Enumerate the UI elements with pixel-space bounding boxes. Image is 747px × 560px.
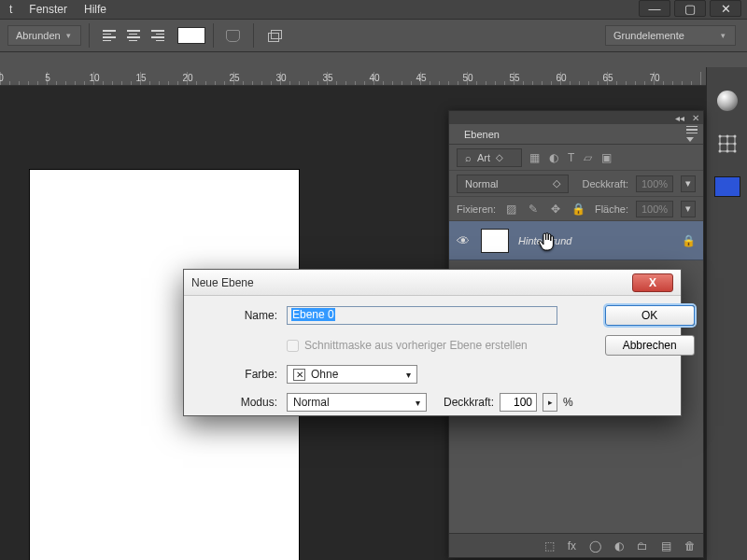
workspace-dropdown[interactable]: Grundelemente ▾ — [605, 25, 736, 46]
align-center-button[interactable] — [121, 25, 146, 46]
ruler-label: 20 — [182, 73, 192, 83]
color-panel-button[interactable] — [714, 88, 740, 114]
ruler-tick: 70 — [654, 72, 663, 85]
layer-row-background[interactable]: 👁 Hintergrund 🔒 — [449, 221, 703, 260]
fill-stepper[interactable]: ▾ — [681, 201, 696, 217]
opacity-stepper[interactable]: ▾ — [681, 175, 696, 192]
panel-footer: ⬚ fx ◯ ◐ 🗀 ▤ 🗑 — [449, 533, 703, 557]
cancel-button[interactable]: Abbrechen — [605, 335, 695, 356]
filter-pixel-icon[interactable]: ▦ — [529, 151, 540, 164]
lock-brush-icon[interactable]: ✎ — [526, 202, 541, 217]
panel-header: ◂◂ ✕ — [449, 111, 703, 124]
fill-label: Fläche: — [595, 203, 628, 215]
right-tool-strip — [706, 67, 747, 560]
maximize-button[interactable]: ▢ — [674, 0, 706, 17]
color-dropdown[interactable]: ✕ Ohne ▾ — [287, 365, 417, 384]
warp-icon — [226, 30, 240, 42]
menu-item-help[interactable]: Hilfe — [84, 3, 106, 16]
ruler-tick — [65, 81, 75, 85]
chevron-down-icon: ▾ — [721, 31, 726, 40]
filter-kind-dropdown[interactable]: ⌕ Art ◇ — [457, 148, 522, 167]
mesh-panel-button[interactable] — [714, 131, 740, 157]
tab-layers[interactable]: Ebenen — [455, 126, 509, 143]
ruler-tick — [495, 81, 504, 85]
svg-point-9 — [718, 150, 721, 153]
adjustment-icon[interactable]: ◐ — [614, 539, 624, 553]
ruler-tick — [112, 81, 121, 85]
minimize-button[interactable]: — — [639, 0, 670, 17]
ruler-tick — [345, 81, 355, 85]
filter-smart-icon[interactable]: ▣ — [601, 151, 612, 164]
ruler-tick — [588, 81, 598, 85]
panel-menu-button[interactable] — [686, 126, 698, 143]
ruler-tick — [439, 81, 448, 85]
warp-text-button[interactable] — [221, 25, 246, 46]
opacity-value[interactable]: 100% — [636, 175, 673, 192]
dialog-title: Neue Ebene — [191, 276, 254, 289]
blend-mode-dropdown[interactable]: Normal ◇ — [457, 175, 569, 193]
ruler-tick — [9, 81, 19, 85]
layer-thumbnail[interactable] — [481, 229, 509, 253]
clip-mask-checkbox-input — [287, 340, 299, 352]
opacity-input[interactable] — [500, 393, 537, 412]
edge-mode-dropdown[interactable]: Abrunden ▾ — [7, 25, 81, 46]
ruler-label: 40 — [369, 73, 379, 83]
align-left-button[interactable] — [97, 25, 121, 46]
panel-collapse-icon[interactable]: ◂◂ — [675, 113, 684, 123]
filter-adjust-icon[interactable]: ◐ — [549, 151, 558, 164]
divider — [253, 23, 254, 48]
lock-move-icon[interactable]: ✥ — [548, 202, 563, 217]
fill-value[interactable]: 100% — [636, 201, 673, 217]
ruler-label: 15 — [135, 73, 146, 83]
filter-shape-icon[interactable]: ▱ — [584, 151, 592, 164]
ruler-tick: 35 — [327, 72, 336, 85]
link-layers-icon[interactable]: ⬚ — [544, 539, 555, 553]
fx-icon[interactable]: fx — [568, 539, 576, 553]
ruler-tick — [626, 81, 635, 85]
ruler-tick — [663, 81, 672, 85]
ruler-tick: 45 — [420, 72, 430, 85]
ruler-tick — [616, 81, 626, 85]
svg-point-8 — [733, 143, 736, 146]
new-layer-icon[interactable]: ▤ — [661, 539, 671, 553]
dialog-titlebar[interactable]: Neue Ebene X — [184, 270, 681, 296]
ruler-tick — [159, 81, 168, 85]
align-right-button[interactable] — [146, 25, 170, 46]
svg-point-7 — [726, 143, 728, 146]
ruler-tick — [476, 81, 486, 85]
mode-dropdown[interactable]: Normal ▾ — [287, 393, 427, 412]
foreground-color-swatch[interactable] — [177, 27, 205, 44]
filter-type-icon[interactable]: T — [568, 151, 574, 164]
ruler-tick — [243, 81, 252, 85]
panel-close-icon[interactable]: ✕ — [692, 113, 699, 123]
ruler-tick: 55 — [514, 72, 523, 85]
ok-button[interactable]: OK — [605, 305, 695, 326]
ruler-tick — [355, 81, 364, 85]
lock-transparent-icon[interactable]: ▨ — [503, 202, 518, 217]
name-input[interactable]: Ebene 0 — [287, 306, 557, 325]
svg-point-6 — [718, 143, 721, 146]
3d-button[interactable] — [261, 25, 286, 46]
lock-label: Fixieren: — [457, 203, 496, 215]
swatches-panel-button[interactable] — [714, 174, 740, 200]
opacity-label: Deckkraft: — [582, 178, 628, 189]
chevron-down-icon: ▾ — [406, 370, 411, 380]
ruler-tick — [215, 81, 224, 85]
lock-all-icon[interactable]: 🔒 — [571, 202, 585, 217]
delete-layer-icon[interactable]: 🗑 — [684, 539, 696, 553]
visibility-toggle[interactable]: 👁 — [457, 233, 472, 248]
ruler-label: 55 — [509, 73, 519, 83]
ruler-tick: 15 — [140, 72, 149, 85]
ruler-tick — [392, 81, 402, 85]
ruler-tick — [486, 81, 495, 85]
chevron-down-icon: ▾ — [416, 398, 420, 408]
menu-item-truncated[interactable]: t — [9, 3, 12, 16]
mask-icon[interactable]: ◯ — [589, 539, 601, 553]
menu-item-window[interactable]: Fenster — [29, 3, 67, 16]
group-icon[interactable]: 🗀 — [637, 539, 648, 553]
ruler-tick — [289, 81, 299, 85]
dialog-close-button[interactable]: X — [632, 273, 673, 292]
close-window-button[interactable]: ✕ — [710, 0, 741, 17]
opacity-stepper[interactable]: ▸ — [543, 393, 557, 412]
layer-name[interactable]: Hintergrund — [518, 235, 672, 246]
